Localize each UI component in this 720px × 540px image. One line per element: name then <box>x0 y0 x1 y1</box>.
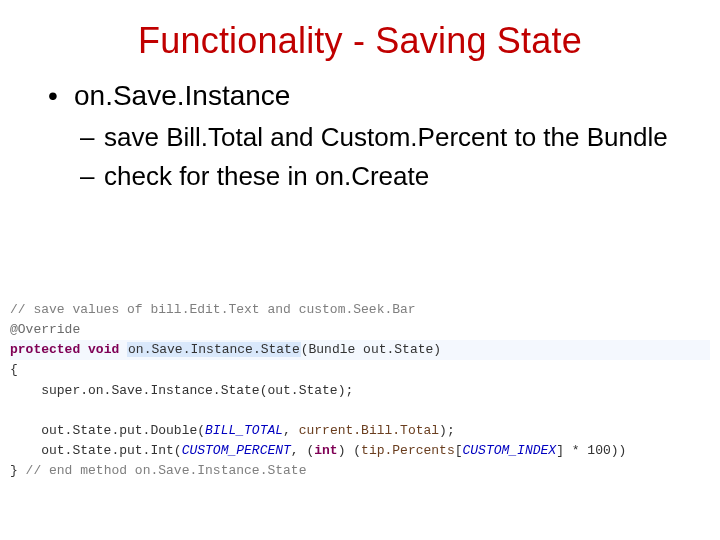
bullet-item-1: on.Save.Instance save Bill.Total and Cus… <box>48 78 690 192</box>
slide-title: Functionality - Saving State <box>30 20 690 62</box>
kw-void: void <box>88 342 119 357</box>
code-field-bill: BILL_TOTAL <box>205 423 283 438</box>
code-method-name: on.Save.Instance.State <box>127 342 301 357</box>
code-put2-d: [ <box>455 443 463 458</box>
code-put2-b: , ( <box>291 443 314 458</box>
code-brace-close: } <box>10 463 18 478</box>
kw-protected: protected <box>10 342 80 357</box>
sub-item-1: save Bill.Total and Custom.Percent to th… <box>80 121 690 154</box>
slide: Functionality - Saving State on.Save.Ins… <box>0 0 720 540</box>
code-decl-line: protected void on.Save.Instance.State(Bu… <box>10 340 710 360</box>
code-sig-tail: (Bundle out.State) <box>301 342 441 357</box>
code-put1: out.State.put.Double(BILL_TOTAL, current… <box>10 423 455 438</box>
sub-item-2: check for these in on.Create <box>80 160 690 193</box>
code-put2-e: ] * 100)) <box>556 443 626 458</box>
code-super: super.on.Save.Instance.State(out.State); <box>10 383 353 398</box>
code-put1-b: , <box>283 423 299 438</box>
code-brace-open: { <box>10 362 18 377</box>
code-put1-a: out.State.put.Double( <box>10 423 205 438</box>
code-block: // save values of bill.Edit.Text and cus… <box>10 300 710 481</box>
code-field-cust: CUSTOM_PERCENT <box>182 443 291 458</box>
code-comment-1: // save values of bill.Edit.Text and cus… <box>10 302 416 317</box>
code-annotation: @Override <box>10 322 80 337</box>
code-put1-c: ); <box>439 423 455 438</box>
code-put2-c: ) ( <box>338 443 361 458</box>
code-comment-2: // end method on.Save.Instance.State <box>18 463 307 478</box>
code-var-tp: tip.Percents <box>361 443 455 458</box>
code-put2: out.State.put.Int(CUSTOM_PERCENT, (int) … <box>10 443 626 458</box>
code-field-ci: CUSTOM_INDEX <box>463 443 557 458</box>
code-var-cbt: current.Bill.Total <box>299 423 439 438</box>
kw-int: int <box>314 443 337 458</box>
sub-list: save Bill.Total and Custom.Percent to th… <box>80 121 690 192</box>
bullet-text-1: on.Save.Instance <box>74 80 290 111</box>
code-put2-a: out.State.put.Int( <box>10 443 182 458</box>
bullet-list: on.Save.Instance save Bill.Total and Cus… <box>48 78 690 192</box>
